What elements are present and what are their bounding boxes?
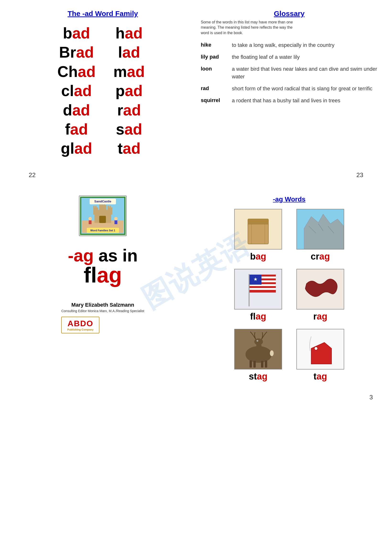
word-suffix: ad [70,121,88,138]
page-numbers: 22 23 [0,162,392,188]
svg-rect-16 [89,220,91,224]
glossary-row-hike: hike to take a long walk, especially in … [201,41,378,49]
book-cover: SandCastle Word Families Set 1 [79,196,127,236]
image-label-stag: stag [249,371,267,382]
image-box-bag [234,209,282,249]
word-dad: dad [57,102,96,119]
rag-image [297,269,344,309]
label-red: ag [317,371,327,381]
word-chad: Chad [57,63,96,80]
glossary-def-squirrel: a rodent that has a bushy tail and lives… [232,97,378,104]
glossary-row-loon: loon a water bird that lives near lakes … [201,65,378,80]
word-prefix: Ch [57,63,78,80]
svg-rect-52 [256,344,261,354]
word-prefix: p [115,82,125,99]
glossary-term-rad: rad [201,85,227,91]
label-black: st [249,371,257,381]
image-grid: bag cr [234,209,344,382]
bottom-half: SandCastle Word Families Set 1 -ag as in… [0,191,392,391]
svg-point-59 [257,340,258,341]
image-label-rag: rag [313,311,327,322]
image-label-flag: flag [250,311,266,322]
right-bottom: -ag Words bag [201,196,378,382]
word-had: had [110,25,148,42]
svg-point-60 [270,350,274,356]
word-suffix: ad [74,140,92,157]
svg-text:Word Families Set 1: Word Families Set 1 [90,229,115,232]
left-bottom: SandCastle Word Families Set 1 -ag as in… [14,196,191,382]
image-label-bag: bag [250,251,266,262]
svg-point-17 [114,217,118,220]
svg-rect-45 [250,288,276,290]
svg-rect-54 [250,360,252,368]
page-22: 22 [29,171,36,179]
consulting-editor: Consulting Editor Monica Marx, M.A./Read… [61,309,144,313]
label-red: ag [256,251,266,261]
glossary-def-loon: a water bird that lives near lakes and c… [232,65,378,80]
image-label-tag: tag [313,371,327,382]
svg-point-15 [88,217,92,220]
flag-black-part: fl [84,263,97,287]
word-family-section: The -ad Word Family bad had Brad lad Cha… [14,10,191,157]
svg-rect-5 [99,205,106,215]
tag-image [297,329,344,369]
glossary-term-loon: loon [201,65,227,72]
word-prefix: s [116,121,125,138]
page-3-number: 3 [0,394,392,406]
stag-image [235,329,282,369]
glossary-term-hike: hike [201,41,227,48]
glossary-table: hike to take a long walk, especially in … [201,41,378,104]
svg-rect-25 [248,219,268,224]
word-suffix: ad [72,102,90,119]
svg-rect-12 [108,206,109,209]
word-suffix: ad [76,44,94,61]
word-prefix: t [118,140,123,157]
label-black: t [313,371,317,381]
word-suffix: ad [122,44,140,61]
glossary-term-lilypad: lily pad [201,53,227,60]
word-family-title: The -ad Word Family [68,10,138,18]
word-prefix: f [65,121,70,138]
flag-image: ★ [235,269,282,309]
abdo-subtext: Publishing Company [67,328,93,331]
label-red: ag [319,251,330,261]
ag-title-area: -ag as in flag [68,246,138,288]
author-name: Mary Elizabeth Salzmann [61,302,144,308]
top-half: The -ad Word Family bad had Brad lad Cha… [0,0,392,157]
image-box-stag [234,329,282,369]
label-black: cr [311,251,319,261]
word-prefix: l [118,44,122,61]
page-23: 23 [356,171,363,179]
bag-image [235,209,282,249]
abdo-text: ABDO [67,319,93,328]
svg-rect-46 [250,290,276,292]
word-fad: fad [57,121,96,138]
label-black: b [250,251,256,261]
svg-rect-8 [95,206,97,209]
image-box-rag [296,269,344,310]
word-prefix: r [117,102,123,119]
glossary-note: Some of the words in this list may have … [201,20,301,36]
image-box-tag [296,329,344,369]
svg-rect-13 [109,206,111,209]
word-suffix: ad [125,25,143,42]
word-prefix: gl [61,140,74,157]
word-pad: pad [110,82,148,99]
image-item-flag: ★ flag [234,269,282,322]
word-suffix: ad [124,121,142,138]
as-in-text: as in [94,246,138,265]
word-sad: sad [110,121,148,138]
word-tad: tad [110,140,148,157]
glossary-section: Glossary Some of the words in this list … [201,10,378,157]
glossary-def-lilypad: the floating leaf of a water lily [232,53,378,61]
word-lad: lad [110,44,148,61]
svg-rect-44 [250,286,276,288]
ag-as-in-heading: -ag as in [68,246,138,265]
word-suffix: ad [127,63,145,80]
word-clad: clad [57,82,96,99]
word-suffix: ad [72,25,90,42]
word-suffix: ad [78,63,96,80]
crag-image [297,209,344,249]
image-item-bag: bag [234,209,282,262]
word-suffix: ad [125,82,143,99]
